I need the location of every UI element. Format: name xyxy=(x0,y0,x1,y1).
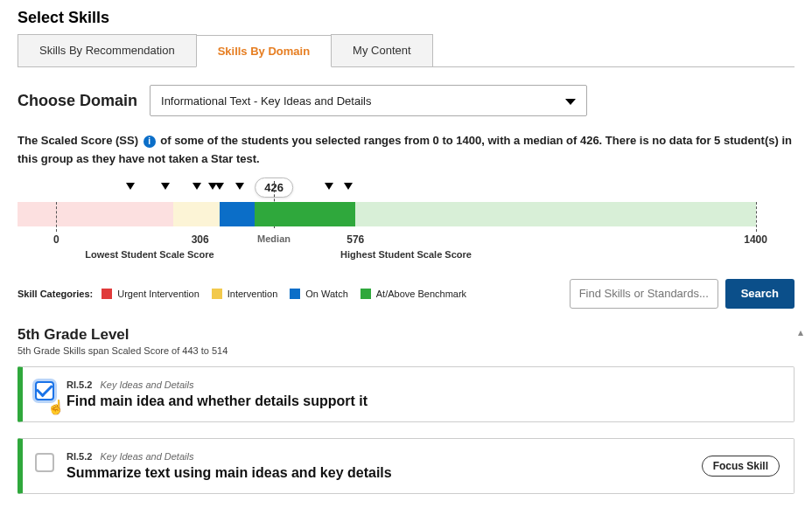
scale-seg-above xyxy=(255,202,355,226)
student-marker-icon xyxy=(126,183,135,190)
scale-seg-intervention xyxy=(173,202,220,226)
highest-score-label: Highest Student Scale Score xyxy=(340,249,472,260)
desc-text-2: of some of the students you selected ran… xyxy=(160,134,580,147)
scale-margin xyxy=(18,202,56,226)
skill-card[interactable]: ☝ RI.5.2 Key Ideas and Details Find main… xyxy=(18,366,794,422)
legend: Skill Categories: Urgent Intervention In… xyxy=(18,289,466,299)
student-marker-icon xyxy=(192,183,201,190)
legend-urgent: Urgent Intervention xyxy=(117,289,200,299)
tick-label-highest: 576 xyxy=(346,233,364,246)
legend-above: At/Above Benchmark xyxy=(376,289,466,299)
legend-intervention: Intervention xyxy=(228,289,277,299)
student-marker-icon xyxy=(235,183,244,190)
tabs-row: Skills By Recommendation Skills By Domai… xyxy=(18,34,794,67)
swatch-urgent-icon xyxy=(102,289,112,299)
skill-domain: Key Ideas and Details xyxy=(100,379,193,390)
swatch-onwatch-icon xyxy=(290,289,300,299)
swatch-above-icon xyxy=(360,289,371,299)
tick-zero xyxy=(56,202,57,232)
choose-domain-label: Choose Domain xyxy=(18,92,137,110)
student-marker-icon xyxy=(215,183,224,190)
tick-label-max: 1400 xyxy=(744,233,767,246)
skill-code: RI.5.2 xyxy=(66,451,92,462)
page-title: Select Skills xyxy=(18,9,794,27)
skill-checkbox[interactable] xyxy=(35,453,54,472)
skill-domain: Key Ideas and Details xyxy=(100,451,193,462)
student-marker-icon xyxy=(325,183,333,190)
search-input[interactable] xyxy=(570,279,718,309)
tab-domain[interactable]: Skills By Domain xyxy=(196,35,332,67)
median-label: Median xyxy=(257,233,290,244)
skill-title: Find main idea and whether details suppo… xyxy=(66,393,780,409)
student-marker-icon xyxy=(344,183,353,190)
legend-onwatch: On Watch xyxy=(305,289,348,299)
scale-seg-rest xyxy=(355,202,755,226)
scale-chart: 426 0 306 Lowest Student Scale Score Med… xyxy=(18,183,794,270)
tick-max xyxy=(756,202,757,232)
grade-heading: 5th Grade Level xyxy=(18,326,794,344)
swatch-intervention-icon xyxy=(212,289,222,299)
cursor-icon: ☝ xyxy=(47,399,65,415)
score-description: The Scaled Score (SS) i of some of the s… xyxy=(18,132,794,169)
skill-card[interactable]: RI.5.2 Key Ideas and Details Summarize t… xyxy=(18,438,794,494)
tick-label-lowest: 306 xyxy=(192,233,209,246)
skill-title: Summarize text using main ideas and key … xyxy=(66,465,780,481)
info-icon[interactable]: i xyxy=(144,136,156,148)
grade-subheading: 5th Grade Skills span Scaled Score of 44… xyxy=(18,345,794,356)
desc-text-1: The Scaled Score (SS) xyxy=(18,134,138,147)
tab-recommendation[interactable]: Skills By Recommendation xyxy=(18,34,197,66)
skill-code: RI.5.2 xyxy=(66,379,92,390)
scale-seg-onwatch xyxy=(220,202,255,226)
domain-dropdown[interactable]: Informational Text - Key Ideas and Detai… xyxy=(150,85,587,116)
chevron-down-icon xyxy=(565,99,576,105)
focus-skill-badge: Focus Skill xyxy=(702,456,780,477)
desc-median: 426. xyxy=(580,134,602,147)
scroll-up-icon[interactable]: ▴ xyxy=(798,326,808,337)
domain-dropdown-value: Informational Text - Key Ideas and Detai… xyxy=(161,94,371,108)
lowest-score-label: Lowest Student Scale Score xyxy=(85,249,214,260)
tick-label-zero: 0 xyxy=(53,233,60,246)
student-marker-icon xyxy=(161,183,170,190)
skill-checkbox[interactable] xyxy=(35,381,54,400)
legend-title: Skill Categories: xyxy=(18,289,93,299)
scale-seg-urgent xyxy=(56,202,172,226)
tab-mycontent[interactable]: My Content xyxy=(331,34,432,66)
search-button[interactable]: Search xyxy=(725,279,794,309)
scale-margin xyxy=(756,202,794,226)
